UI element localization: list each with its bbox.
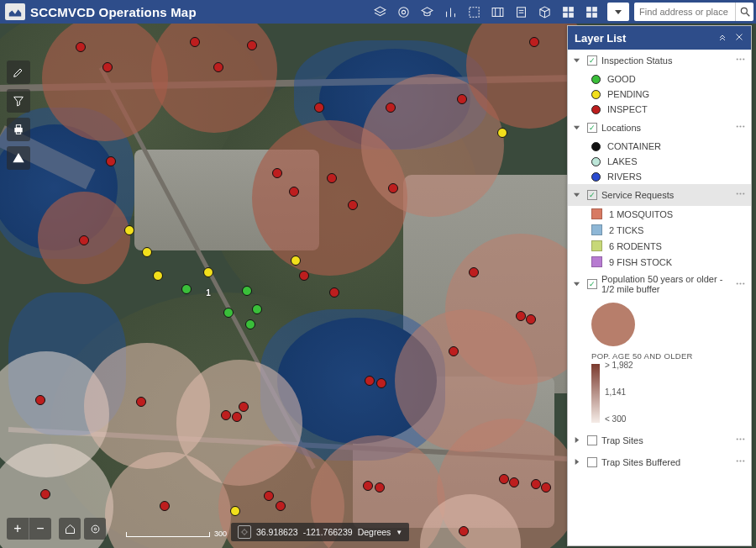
map-point-inspect[interactable]	[136, 397, 146, 407]
map-point-pending[interactable]	[153, 271, 163, 281]
layer-row[interactable]: Population 50 years or older - 1/2 mile …	[568, 270, 751, 299]
map-point-inspect[interactable]	[276, 501, 286, 511]
map-point-good[interactable]	[252, 304, 262, 314]
map-point-pending[interactable]	[142, 247, 152, 257]
map-point-inspect[interactable]	[314, 103, 324, 113]
chart-icon[interactable]	[439, 0, 461, 24]
map-point-inspect[interactable]	[272, 168, 282, 178]
map-point-inspect[interactable]	[160, 501, 170, 511]
map-point-inspect[interactable]	[327, 173, 337, 183]
map-point-inspect[interactable]	[375, 482, 385, 493]
layer-row[interactable]: Trap Sites Buffered	[568, 451, 751, 473]
chevron-down-icon[interactable]	[573, 123, 583, 133]
map-point-inspect[interactable]	[79, 235, 89, 245]
map-point-pending[interactable]	[203, 267, 213, 277]
grid4-icon[interactable]	[557, 0, 579, 24]
layer-row[interactable]: Inspection Status	[568, 50, 751, 71]
map-point-inspect[interactable]	[541, 482, 551, 493]
layer-more-icon[interactable]	[735, 434, 746, 446]
map-point-pending[interactable]	[291, 256, 301, 266]
chevron-right-icon[interactable]	[573, 435, 583, 445]
target-icon[interactable]	[392, 0, 414, 24]
layer-checkbox[interactable]	[587, 435, 597, 445]
map-point-inspect[interactable]	[469, 267, 479, 277]
layer-checkbox[interactable]	[587, 279, 597, 289]
coord-pick-button[interactable]	[238, 525, 251, 539]
select-icon[interactable]	[463, 0, 485, 24]
map-point-inspect[interactable]	[386, 103, 396, 113]
layer-checkbox[interactable]	[587, 55, 597, 66]
map-point-inspect[interactable]	[459, 526, 469, 536]
map-point-pending[interactable]	[497, 128, 507, 138]
chevron-right-icon[interactable]	[573, 457, 583, 467]
search-input[interactable]	[634, 7, 735, 17]
close-icon[interactable]	[734, 32, 744, 45]
map-point-good[interactable]	[223, 308, 234, 318]
map-point-inspect[interactable]	[499, 474, 509, 484]
map-point-inspect[interactable]	[348, 200, 358, 210]
map-point-inspect[interactable]	[239, 402, 249, 412]
map-point-good[interactable]	[181, 284, 192, 294]
map-point-pending[interactable]	[230, 506, 240, 516]
map-point-inspect[interactable]	[40, 489, 50, 499]
layer-checkbox[interactable]	[587, 123, 597, 133]
map-point-inspect[interactable]	[264, 491, 274, 501]
education-icon[interactable]	[416, 0, 438, 24]
map-point-inspect[interactable]	[365, 376, 375, 386]
more-tools-dropdown[interactable]	[607, 3, 629, 21]
map-point-good[interactable]	[245, 319, 255, 329]
layer-more-icon[interactable]	[735, 121, 746, 134]
layers-icon[interactable]	[369, 0, 391, 24]
layer-checkbox[interactable]	[587, 190, 597, 200]
map-point-inspect[interactable]	[213, 62, 223, 72]
map-point-inspect[interactable]	[531, 479, 541, 489]
map-point-inspect[interactable]	[457, 94, 467, 104]
zoom-out-button[interactable]: −	[29, 518, 51, 540]
map-point-inspect[interactable]	[299, 271, 309, 281]
alert-tool[interactable]	[7, 146, 30, 170]
map-point-inspect[interactable]	[289, 187, 299, 197]
layer-row[interactable]: Trap Sites	[568, 429, 751, 451]
map-point-inspect[interactable]	[190, 37, 200, 47]
grid4b-icon[interactable]	[580, 0, 602, 24]
panel-body[interactable]: Inspection StatusGOODPENDINGINSPECTLocat…	[568, 50, 751, 545]
home-extent-button[interactable]	[59, 518, 81, 540]
chevron-down-icon[interactable]	[573, 279, 583, 289]
map-point-inspect[interactable]	[102, 62, 113, 72]
filter-tool[interactable]	[7, 89, 30, 113]
map-point-good[interactable]	[242, 286, 252, 296]
layer-more-icon[interactable]	[735, 278, 746, 291]
map-point-inspect[interactable]	[221, 410, 231, 420]
map-point-inspect[interactable]	[526, 314, 536, 324]
map-point-inspect[interactable]	[329, 287, 339, 298]
map-point-inspect[interactable]	[516, 311, 526, 321]
locate-button[interactable]	[84, 518, 106, 540]
print-tool[interactable]	[7, 118, 30, 141]
zoom-in-button[interactable]: +	[7, 518, 29, 540]
note-icon[interactable]	[510, 0, 532, 24]
layer-more-icon[interactable]	[735, 456, 746, 468]
collapse-icon[interactable]	[717, 32, 727, 45]
box-icon[interactable]	[533, 0, 555, 24]
map-point-inspect[interactable]	[449, 346, 459, 356]
chevron-down-icon[interactable]	[573, 190, 583, 200]
layer-more-icon[interactable]	[735, 54, 746, 66]
layer-row[interactable]: Locations	[568, 117, 751, 139]
map-point-inspect[interactable]	[388, 183, 398, 193]
map-point-inspect[interactable]	[509, 477, 519, 487]
map-point-inspect[interactable]	[376, 378, 386, 388]
chevron-down-icon[interactable]	[573, 55, 583, 66]
layer-row[interactable]: Service Requests	[568, 184, 751, 206]
map-point-inspect[interactable]	[76, 42, 86, 52]
panel-header[interactable]: Layer List	[568, 26, 751, 50]
map-point-inspect[interactable]	[35, 395, 45, 405]
draw-tool[interactable]	[7, 61, 30, 84]
layer-checkbox[interactable]	[587, 457, 597, 467]
search-button[interactable]	[735, 3, 753, 21]
map-point-inspect[interactable]	[363, 481, 373, 491]
map-point-inspect[interactable]	[232, 412, 242, 422]
map-point-inspect[interactable]	[106, 156, 116, 166]
map-point-pending[interactable]	[124, 225, 134, 235]
map-point-inspect[interactable]	[247, 40, 257, 50]
film-icon[interactable]	[486, 0, 508, 24]
